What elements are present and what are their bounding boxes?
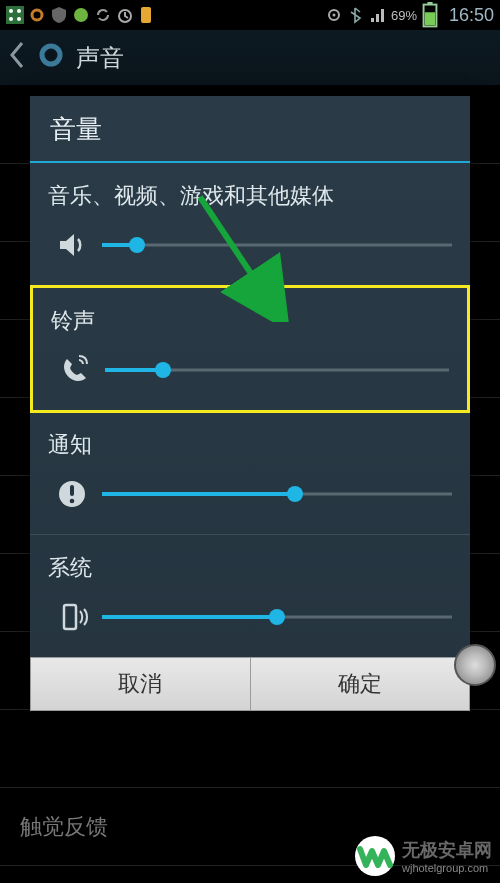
location-icon	[325, 6, 343, 24]
sim-status-icon	[138, 6, 156, 24]
ok-button[interactable]: 确定	[250, 657, 471, 711]
volume-section-media: 音乐、视频、游戏和其他媒体	[30, 163, 470, 286]
media-volume-slider[interactable]	[102, 235, 452, 255]
svg-point-6	[74, 8, 88, 22]
section-label: 通知	[48, 430, 452, 460]
volume-section-ringtone: 铃声	[30, 285, 470, 413]
battery-icon	[421, 6, 439, 24]
svg-point-18	[70, 499, 75, 504]
watermark-logo-icon	[354, 835, 396, 877]
alert-icon	[56, 478, 88, 510]
assistive-touch-button[interactable]	[454, 644, 496, 686]
svg-point-5	[32, 10, 42, 20]
app-tray-icon	[6, 6, 24, 24]
clock: 16:50	[449, 5, 494, 26]
green-dot-icon	[72, 6, 90, 24]
dialog-buttons: 取消 确定	[30, 657, 470, 711]
sync-icon	[94, 6, 112, 24]
back-icon[interactable]	[8, 41, 26, 75]
svg-point-10	[332, 14, 335, 17]
system-volume-slider[interactable]	[102, 607, 452, 627]
cancel-button[interactable]: 取消	[30, 657, 250, 711]
phone-icon	[59, 354, 91, 386]
shield-status-icon	[50, 6, 68, 24]
alarm-status-icon	[116, 6, 134, 24]
svg-rect-12	[425, 12, 435, 25]
section-label: 系统	[48, 553, 452, 583]
vibrate-icon	[56, 601, 88, 633]
svg-point-4	[17, 17, 21, 21]
ringtone-volume-slider[interactable]	[105, 360, 449, 380]
watermark: 无极安卓网 wjhotelgroup.com	[354, 835, 492, 877]
watermark-url: wjhotelgroup.com	[402, 862, 492, 874]
section-label: 铃声	[51, 306, 449, 336]
svg-point-3	[9, 17, 13, 21]
list-item	[0, 710, 500, 788]
battery-text: 69%	[391, 8, 417, 23]
svg-point-2	[17, 9, 21, 13]
svg-rect-13	[427, 2, 432, 5]
signal-icon	[369, 6, 387, 24]
svg-rect-19	[64, 605, 76, 629]
status-bar: 69% 16:50	[0, 0, 500, 30]
settings-header: 声音	[0, 30, 500, 86]
svg-rect-8	[141, 7, 151, 23]
volume-dialog: 音量 音乐、视频、游戏和其他媒体 铃声	[30, 96, 470, 711]
watermark-name: 无极安卓网	[402, 838, 492, 862]
volume-section-system: 系统	[30, 535, 470, 657]
svg-point-15	[47, 51, 55, 59]
gear-status-icon	[28, 6, 46, 24]
svg-rect-17	[70, 485, 74, 496]
volume-section-notification: 通知	[30, 412, 470, 535]
page-title: 声音	[76, 42, 124, 74]
svg-rect-0	[6, 6, 24, 24]
gear-icon	[36, 40, 66, 76]
speaker-icon	[56, 229, 88, 261]
section-label: 音乐、视频、游戏和其他媒体	[48, 181, 452, 211]
notification-volume-slider[interactable]	[102, 484, 452, 504]
svg-point-1	[9, 9, 13, 13]
dialog-title: 音量	[30, 96, 470, 157]
bluetooth-icon	[347, 6, 365, 24]
